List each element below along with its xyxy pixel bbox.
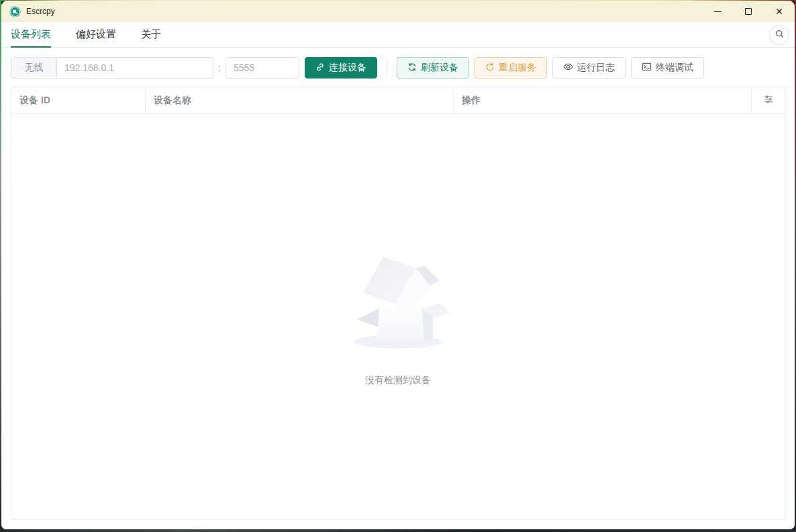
run-logs-label: 运行日志 <box>577 62 615 74</box>
tab-device-list[interactable]: 设备列表 <box>11 22 51 47</box>
restart-icon <box>485 62 495 74</box>
tab-label: 设备列表 <box>11 28 51 41</box>
port-input[interactable] <box>226 57 299 78</box>
terminal-debug-button[interactable]: 终端调试 <box>631 57 704 78</box>
column-device-name: 设备名称 <box>146 87 454 113</box>
terminal-debug-label: 终端调试 <box>656 62 693 74</box>
terminal-icon <box>642 62 652 74</box>
empty-box-illustration <box>342 247 454 356</box>
app-window: Escrcpy × 设备列表 偏好设置 关于 无线 : <box>1 1 795 529</box>
window-title: Escrcpy <box>26 7 55 16</box>
table-body-empty-state: 没有检测到设备 <box>11 114 785 519</box>
app-logo-icon <box>9 6 21 17</box>
connection-toolbar: 无线 : 连接设备 <box>1 48 795 87</box>
port-separator: : <box>218 62 221 73</box>
main-content: 设备 ID 设备名称 操作 <box>1 87 795 529</box>
close-icon: × <box>776 5 783 17</box>
search-button[interactable] <box>769 25 789 45</box>
search-icon <box>775 29 785 42</box>
refresh-devices-label: 刷新设备 <box>421 62 458 74</box>
tab-about[interactable]: 关于 <box>141 22 161 47</box>
run-logs-button[interactable]: 运行日志 <box>552 57 626 78</box>
restart-service-button[interactable]: 重启服务 <box>475 57 547 78</box>
refresh-devices-button[interactable]: 刷新设备 <box>397 57 469 78</box>
minimize-button[interactable] <box>702 1 733 22</box>
tab-preferences[interactable]: 偏好设置 <box>76 22 116 47</box>
column-actions: 操作 <box>454 87 752 113</box>
maximize-button[interactable] <box>733 1 764 22</box>
close-button[interactable]: × <box>764 1 795 22</box>
restart-service-label: 重启服务 <box>499 62 536 74</box>
connect-device-button[interactable]: 连接设备 <box>305 57 377 78</box>
tab-label: 偏好设置 <box>76 28 116 41</box>
eye-icon <box>563 62 573 74</box>
device-table: 设备 ID 设备名称 操作 <box>11 87 785 520</box>
wireless-label: 无线 <box>11 57 56 78</box>
connect-device-label: 连接设备 <box>329 62 366 74</box>
empty-state-text: 没有检测到设备 <box>365 374 431 386</box>
tab-label: 关于 <box>141 28 161 41</box>
maximize-icon <box>745 8 752 15</box>
table-header: 设备 ID 设备名称 操作 <box>11 87 785 114</box>
titlebar: Escrcpy × <box>1 1 795 22</box>
sliders-icon <box>763 94 774 107</box>
toolbar-divider <box>387 60 387 76</box>
wireless-address-group: 无线 <box>11 57 213 78</box>
minimize-icon <box>714 11 722 12</box>
column-settings-button[interactable] <box>752 87 785 113</box>
column-device-id: 设备 ID <box>11 87 146 113</box>
window-controls: × <box>702 1 795 22</box>
link-icon <box>315 62 325 74</box>
ip-address-input[interactable] <box>56 57 213 78</box>
refresh-icon <box>407 62 417 74</box>
tab-bar: 设备列表 偏好设置 关于 <box>1 22 795 48</box>
